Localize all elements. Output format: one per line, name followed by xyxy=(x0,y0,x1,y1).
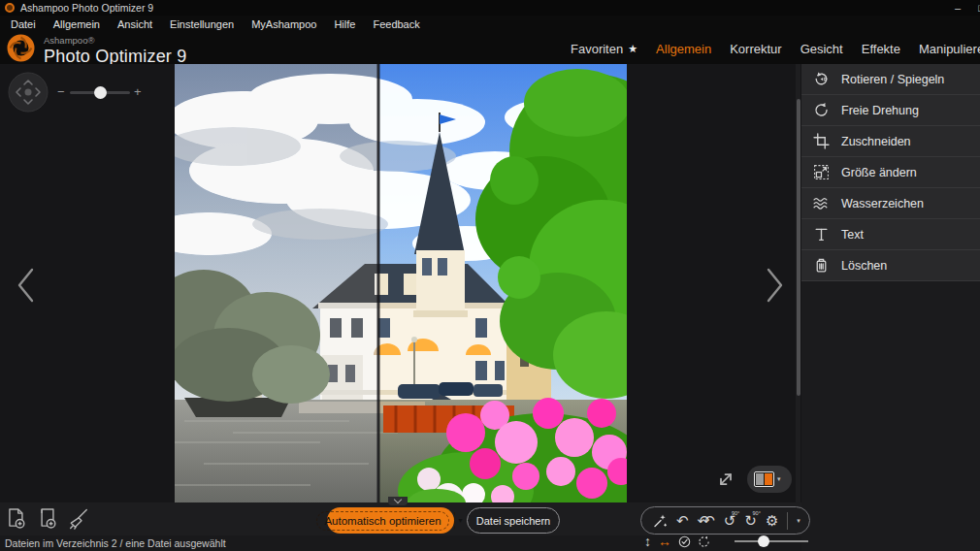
crop-icon xyxy=(813,133,830,149)
text-icon xyxy=(813,226,830,243)
canvas-scrollbar-thumb[interactable] xyxy=(797,99,800,396)
menu-feedback[interactable]: Feedback xyxy=(364,18,428,30)
transform-mini-toolbar: ↕ ↔ xyxy=(644,532,710,551)
editor-canvas: − + xyxy=(0,64,796,502)
window-title: Ashampoo Photo Optimizer 9 xyxy=(20,2,153,14)
watermark-waves-icon xyxy=(813,195,830,211)
brand-logo-icon xyxy=(5,32,37,64)
chevron-down-icon: ▾ xyxy=(777,475,781,483)
app-window: Ashampoo Photo Optimizer 9 – □ Datei All… xyxy=(0,0,980,551)
photo-preview[interactable] xyxy=(175,64,627,502)
tool-delete[interactable]: Löschen xyxy=(801,250,980,281)
tab-favoriten[interactable]: Favoriten ★ xyxy=(571,42,637,56)
zoom-slider-thumb[interactable] xyxy=(94,86,107,99)
resize-icon xyxy=(813,164,830,180)
compare-view-toggle[interactable]: ▾ xyxy=(747,466,792,493)
rotation-slider[interactable] xyxy=(735,540,808,542)
pan-control[interactable] xyxy=(8,72,49,113)
free-rotate-icon xyxy=(813,102,830,118)
split-view-icon xyxy=(754,471,774,487)
star-icon: ★ xyxy=(628,43,637,55)
straighten-rotate-button[interactable] xyxy=(698,535,710,548)
auto-optimize-button[interactable]: Automatisch optimieren ▾ xyxy=(327,507,454,534)
title-bar: Ashampoo Photo Optimizer 9 – □ xyxy=(0,0,980,16)
chevron-down-icon xyxy=(394,496,402,503)
add-file-button[interactable] xyxy=(4,506,29,532)
quick-tools-caret[interactable]: ▾ xyxy=(797,517,800,525)
status-text: Dateien im Verzeichnis 2 / eine Datei au… xyxy=(0,537,226,549)
settings-gear-button[interactable]: ⚙ xyxy=(766,513,778,528)
menu-myashampoo[interactable]: MyAshampoo xyxy=(243,18,325,30)
menu-bar: Datei Allgemein Ansicht Einstellungen My… xyxy=(0,16,980,33)
quick-tools-pill: ↶ ↶↶ ↺ 90° ↻ 90° ⚙ ▾ xyxy=(640,506,810,535)
tab-effekte[interactable]: Effekte xyxy=(862,42,900,56)
panel-collapse-tab[interactable] xyxy=(388,497,408,505)
expand-icon xyxy=(716,470,735,489)
brand-company: Ashampoo® xyxy=(44,36,186,46)
compare-divider[interactable] xyxy=(377,64,380,502)
app-icon xyxy=(5,3,15,13)
tab-allgemein[interactable]: Allgemein xyxy=(656,42,711,56)
flip-vertical-button[interactable]: ↕ xyxy=(644,535,651,548)
tool-resize[interactable]: Größe ändern xyxy=(801,157,980,188)
undo-all-button[interactable]: ↶↶ xyxy=(698,513,715,528)
minimize-button[interactable]: – xyxy=(955,0,961,16)
rotate-flip-icon xyxy=(813,71,830,87)
magic-wand-button[interactable] xyxy=(652,513,668,529)
undo-button[interactable]: ↶ xyxy=(676,513,689,528)
tools-sidebar: Rotieren / Spiegeln Freie Drehung Zuschn… xyxy=(801,64,980,551)
clear-list-broom-button[interactable] xyxy=(66,506,91,532)
canvas-scrollbar[interactable] xyxy=(796,64,800,502)
tool-watermark[interactable]: Wasserzeichen xyxy=(801,188,980,219)
next-image-button[interactable] xyxy=(763,266,788,305)
zoom-slider[interactable] xyxy=(70,91,130,94)
previous-image-button[interactable] xyxy=(13,266,38,305)
tool-crop[interactable]: Zuschneiden xyxy=(801,126,980,157)
menu-ansicht[interactable]: Ansicht xyxy=(109,18,161,30)
auto-level-check-button[interactable] xyxy=(678,535,691,548)
tool-text[interactable]: Text xyxy=(801,219,980,250)
menu-allgemein[interactable]: Allgemein xyxy=(45,18,109,30)
nav-tabs: Favoriten ★ Allgemein Korrektur Gesicht … xyxy=(571,33,980,64)
tool-rotate-flip[interactable]: Rotieren / Spiegeln xyxy=(801,64,980,95)
brand: Ashampoo® Photo Optimizer 9 xyxy=(5,32,186,65)
menu-datei[interactable]: Datei xyxy=(2,18,45,30)
rotate-right-90-button[interactable]: ↻ 90° xyxy=(744,513,757,528)
trash-icon xyxy=(813,257,830,274)
menu-hilfe[interactable]: Hilfe xyxy=(325,18,364,30)
header: Ashampoo® Photo Optimizer 9 Favoriten ★ … xyxy=(0,33,980,64)
add-folder-button[interactable] xyxy=(35,506,60,532)
save-file-button[interactable]: Datei speichern xyxy=(467,507,560,534)
tab-manipulieren[interactable]: Manipulieren xyxy=(919,42,980,56)
brand-product: Photo Optimizer 9 xyxy=(44,48,186,65)
zoom-out-button[interactable]: − xyxy=(57,84,65,99)
rotation-slider-thumb[interactable] xyxy=(758,535,769,547)
tool-free-rotation[interactable]: Freie Drehung xyxy=(801,95,980,126)
rotate-left-90-button[interactable]: ↺ 90° xyxy=(724,513,736,528)
tab-gesicht[interactable]: Gesicht xyxy=(800,42,843,56)
bottom-toolbar: Automatisch optimieren ▾ Datei speichern… xyxy=(0,502,801,535)
tab-korrektur[interactable]: Korrektur xyxy=(730,42,781,56)
flip-horizontal-button[interactable]: ↔ xyxy=(658,535,671,548)
optimize-dropdown-caret[interactable]: ▾ xyxy=(459,516,465,525)
menu-einstellungen[interactable]: Einstellungen xyxy=(161,18,243,30)
zoom-in-button[interactable]: + xyxy=(134,84,142,99)
fullscreen-expand-button[interactable] xyxy=(716,470,735,489)
